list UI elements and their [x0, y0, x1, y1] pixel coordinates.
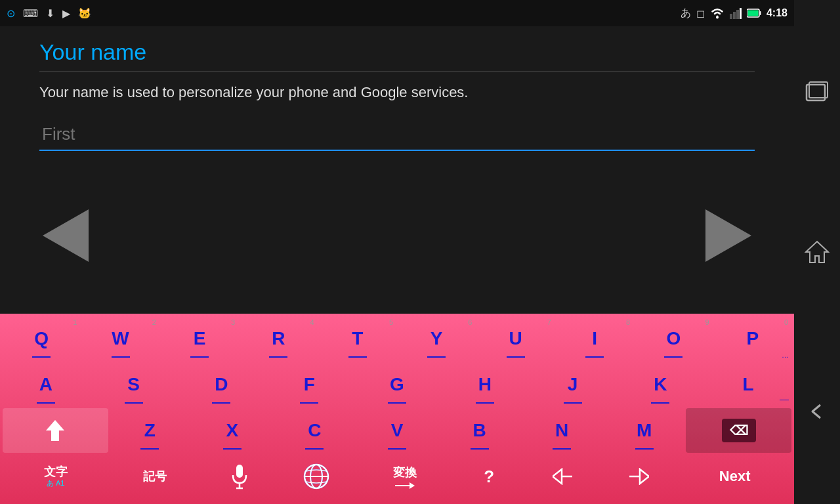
key-j[interactable]: J [530, 362, 616, 407]
microphone-icon [231, 463, 248, 490]
battery-icon [747, 8, 761, 18]
back-icon [807, 404, 827, 419]
status-bar-right: あ ◻ 4:18 [681, 7, 788, 20]
globe-key[interactable] [279, 454, 354, 499]
prev-button[interactable] [39, 209, 92, 262]
key-p[interactable]: 0 P … [714, 316, 791, 361]
svg-rect-3 [736, 10, 739, 19]
shift-key[interactable] [3, 408, 108, 453]
key-b[interactable]: B [439, 408, 520, 453]
kigo-key[interactable]: 記号 [110, 454, 200, 499]
svg-marker-26 [806, 242, 828, 262]
cat-icon: 🐱 [78, 7, 91, 20]
svg-rect-9 [236, 465, 243, 478]
left-arrow-icon [553, 468, 572, 485]
key-t[interactable]: 5 T [319, 316, 396, 361]
globe-icon [302, 462, 331, 491]
recent-apps-button[interactable] [801, 76, 833, 109]
next-key[interactable]: Next [678, 454, 791, 499]
status-bar-left: ⊙ ⌨ ⬇ ▶ 🐱 [7, 7, 91, 20]
home-icon [805, 240, 830, 264]
status-bar: ⊙ ⌨ ⬇ ▶ 🐱 あ ◻ [0, 0, 794, 26]
key-m[interactable]: M [604, 408, 685, 453]
key-k[interactable]: K [617, 362, 704, 407]
key-h[interactable]: H [442, 362, 528, 407]
key-z[interactable]: Z [110, 408, 191, 453]
recent-apps-icon [805, 81, 829, 104]
key-w[interactable]: 2 W [81, 316, 159, 361]
clock: 4:18 [766, 7, 788, 19]
key-g[interactable]: G [354, 362, 440, 407]
description-text: Your name is used to personalize your ph… [39, 83, 755, 103]
first-name-field-container [39, 119, 755, 151]
key-q[interactable]: 1 Q [3, 316, 80, 361]
page-title: Your name [39, 26, 755, 72]
keyboard: 1 Q 2 W 3 E 4 R 5 T [0, 314, 794, 504]
key-y[interactable]: 6 Y [398, 316, 475, 361]
svg-marker-8 [46, 420, 64, 441]
first-name-input[interactable] [39, 119, 755, 151]
svg-rect-4 [740, 8, 742, 19]
signal-icon-bars [730, 7, 742, 19]
key-row-3: Z X C V B N M [3, 408, 791, 453]
key-v[interactable]: V [356, 408, 438, 453]
download-icon: ⬇ [46, 7, 54, 20]
key-s[interactable]: S [91, 362, 177, 407]
key-l[interactable]: L — [705, 362, 791, 407]
keyboard-icon: ⌨ [23, 7, 38, 20]
key-row-1: 1 Q 2 W 3 E 4 R 5 T [3, 316, 791, 361]
right-arrow-icon [629, 468, 649, 485]
key-o[interactable]: 9 O [635, 316, 712, 361]
back-button[interactable] [801, 395, 833, 428]
backspace-key[interactable]: ⌫ [686, 408, 791, 453]
nav-sidebar [794, 0, 840, 504]
next-key-label: Next [719, 468, 751, 485]
cursor-right-key[interactable] [601, 454, 677, 499]
key-f[interactable]: F [266, 362, 352, 407]
key-r[interactable]: 4 R [240, 316, 317, 361]
key-d[interactable]: D [178, 362, 265, 407]
svg-marker-22 [640, 469, 649, 484]
left-arrow-icon [43, 209, 89, 262]
right-arrow-icon [705, 209, 751, 262]
svg-rect-6 [747, 10, 758, 16]
question-key[interactable]: ? [455, 454, 523, 499]
key-row-4: 文字 あ A1 記号 [3, 454, 791, 499]
microphone-key[interactable] [201, 454, 277, 499]
next-arrow-button[interactable] [702, 209, 755, 262]
wifi-icon [710, 7, 724, 19]
play-icon: ▶ [62, 7, 70, 20]
key-c[interactable]: C [274, 408, 356, 453]
japanese-a-icon: あ [681, 7, 691, 20]
content-area: Your name Your name is used to personali… [0, 26, 794, 314]
key-e[interactable]: 3 E [161, 316, 238, 361]
app-icon-1: ⊙ [7, 7, 15, 20]
shift-icon [45, 419, 66, 442]
key-a[interactable]: A [3, 362, 89, 407]
svg-rect-1 [730, 14, 732, 19]
moji-key[interactable]: 文字 あ A1 [3, 454, 108, 499]
key-u[interactable]: 7 U [476, 316, 554, 361]
home-button[interactable] [801, 236, 833, 268]
divider [39, 72, 755, 72]
key-i[interactable]: 8 I [556, 316, 633, 361]
svg-point-0 [716, 16, 719, 19]
svg-marker-19 [410, 482, 415, 489]
henkan-key[interactable]: 変換 [356, 454, 454, 499]
signal-icon: ◻ [696, 7, 705, 20]
svg-rect-2 [733, 12, 736, 19]
key-row-2: A S D F G H J [3, 362, 791, 407]
svg-marker-20 [553, 469, 562, 484]
nav-arrows-row [39, 158, 755, 314]
cursor-left-key[interactable] [524, 454, 600, 499]
key-x[interactable]: X [192, 408, 273, 453]
svg-rect-7 [759, 11, 761, 15]
key-n[interactable]: N [521, 408, 602, 453]
